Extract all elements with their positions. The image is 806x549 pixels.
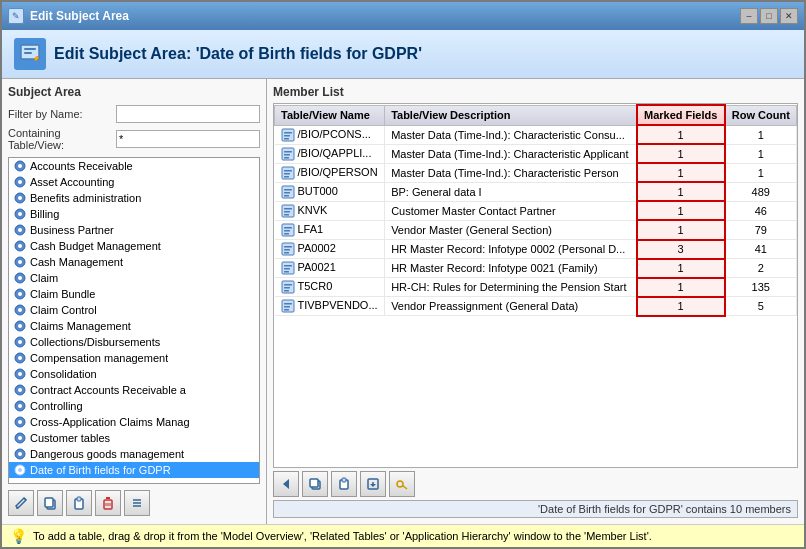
main-window: ✎ Edit Subject Area – □ ✕ Edit Subject A… (0, 0, 806, 549)
subject-item-label: Controlling (30, 400, 83, 412)
svg-rect-62 (284, 154, 290, 156)
cell-marked: 1 (637, 259, 725, 278)
cell-rowcount: 79 (725, 220, 797, 239)
edit-button[interactable] (8, 490, 34, 516)
table-row[interactable]: /BIO/QPERSONMaster Data (Time-Ind.): Cha… (275, 163, 797, 182)
svg-point-10 (18, 212, 22, 216)
member-table-container[interactable]: Table/View Name Table/View Description M… (273, 103, 798, 468)
subject-list-item[interactable]: Claim Bundle (9, 286, 259, 302)
subject-item-label: Customer tables (30, 432, 110, 444)
subject-list-item[interactable]: Cross-Application Claims Manag (9, 414, 259, 430)
table-row[interactable]: /BIO/QAPPLI...Master Data (Time-Ind.): C… (275, 144, 797, 163)
col-header-marked[interactable]: Marked Fields (637, 105, 725, 125)
cell-desc: HR-CH: Rules for Determining the Pension… (385, 278, 637, 297)
subject-list-item[interactable]: Contract Accounts Receivable a (9, 382, 259, 398)
cell-rowcount: 135 (725, 278, 797, 297)
subject-list-item[interactable]: Dangerous goods management (9, 446, 259, 462)
member-copy2-button[interactable] (331, 471, 357, 497)
table-row[interactable]: BUT000BP: General data I1489 (275, 182, 797, 201)
close-button[interactable]: ✕ (780, 8, 798, 24)
cell-rowcount: 1 (725, 125, 797, 144)
subject-list-item[interactable]: Compensation management (9, 350, 259, 366)
table-row[interactable]: PA0021HR Master Record: Infotype 0021 (F… (275, 259, 797, 278)
cell-desc: Master Data (Time-Ind.): Characteristic … (385, 125, 637, 144)
svg-point-14 (18, 244, 22, 248)
info-bar: 💡 To add a table, drag & drop it from th… (2, 524, 804, 547)
cell-name: KNVK (275, 201, 385, 220)
svg-point-38 (18, 436, 22, 440)
cell-rowcount: 5 (725, 297, 797, 316)
col-header-rowcount[interactable]: Row Count (725, 105, 797, 125)
subject-list-item[interactable]: Controlling (9, 398, 259, 414)
member-export-button[interactable] (360, 471, 386, 497)
member-table: Table/View Name Table/View Description M… (274, 104, 797, 317)
subject-list-item[interactable]: Consolidation (9, 366, 259, 382)
cell-name: /BIO/QPERSON (275, 163, 385, 182)
subject-list-item[interactable]: Cash Management (9, 254, 259, 270)
subject-item-label: Contract Accounts Receivable a (30, 384, 186, 396)
svg-point-32 (18, 388, 22, 392)
subject-list[interactable]: Accounts ReceivableAsset AccountingBenef… (8, 157, 260, 484)
svg-point-22 (18, 308, 22, 312)
delete-button[interactable] (95, 490, 121, 516)
member-copy1-button[interactable] (302, 471, 328, 497)
subject-item-label: Cash Budget Management (30, 240, 161, 252)
subject-list-item[interactable]: Asset Accounting (9, 174, 259, 190)
table-row[interactable]: T5CR0HR-CH: Rules for Determining the Pe… (275, 278, 797, 297)
svg-point-42 (18, 468, 22, 472)
subject-list-item[interactable]: Claim Control (9, 302, 259, 318)
subject-list-item[interactable]: Date of Birth fields for GDPR (9, 462, 259, 478)
table-row[interactable]: KNVKCustomer Master Contact Partner146 (275, 201, 797, 220)
table-row[interactable]: PA0002HR Master Record: Infotype 0002 (P… (275, 240, 797, 259)
subject-list-item[interactable]: Benefits administration (9, 190, 259, 206)
table-row[interactable]: TIVBPVENDO...Vendor Preassignment (Gener… (275, 297, 797, 316)
minimize-button[interactable]: – (740, 8, 758, 24)
cell-desc: BP: General data I (385, 182, 637, 201)
paste-button[interactable] (66, 490, 92, 516)
cell-name: PA0002 (275, 240, 385, 259)
svg-rect-83 (284, 252, 289, 254)
subject-item-label: Business Partner (30, 224, 114, 236)
copy-button[interactable] (37, 490, 63, 516)
subject-list-item[interactable]: Cash Budget Management (9, 238, 259, 254)
subject-list-item[interactable]: Accounts Receivable (9, 158, 259, 174)
filter-name-label: Filter by Name: (8, 108, 116, 120)
filter-view-row: Containing Table/View: (8, 127, 260, 151)
subject-item-label: Compensation management (30, 352, 168, 364)
svg-point-26 (18, 340, 22, 344)
cell-marked: 1 (637, 278, 725, 297)
filter-view-input[interactable] (116, 130, 260, 148)
cell-desc: Master Data (Time-Ind.): Characteristic … (385, 144, 637, 163)
member-back-button[interactable] (273, 471, 299, 497)
svg-point-30 (18, 372, 22, 376)
svg-rect-89 (284, 284, 292, 286)
subject-toolbar (8, 488, 260, 518)
cell-rowcount: 1 (725, 144, 797, 163)
member-toolbar (273, 471, 798, 497)
cell-marked: 1 (637, 125, 725, 144)
svg-rect-75 (284, 214, 289, 216)
subject-list-item[interactable]: Claims Management (9, 318, 259, 334)
list-button[interactable] (124, 490, 150, 516)
table-row[interactable]: /BIO/PCONS...Master Data (Time-Ind.): Ch… (275, 125, 797, 144)
cell-marked: 1 (637, 163, 725, 182)
table-row[interactable]: LFA1Vendor Master (General Section)179 (275, 220, 797, 239)
info-icon: 💡 (10, 528, 27, 544)
svg-rect-47 (77, 497, 81, 501)
subject-list-item[interactable]: Collections/Disbursements (9, 334, 259, 350)
maximize-button[interactable]: □ (760, 8, 778, 24)
subject-list-item[interactable]: Business Partner (9, 222, 259, 238)
filter-name-input[interactable] (116, 105, 260, 123)
svg-point-18 (18, 276, 22, 280)
cell-rowcount: 41 (725, 240, 797, 259)
col-header-desc[interactable]: Table/View Description (385, 105, 637, 125)
subject-list-item[interactable]: Customer tables (9, 430, 259, 446)
title-bar-buttons: – □ ✕ (740, 8, 798, 24)
subject-item-label: Claims Management (30, 320, 131, 332)
subject-list-item[interactable]: Claim (9, 270, 259, 286)
subject-list-item[interactable]: Billing (9, 206, 259, 222)
member-key-button[interactable] (389, 471, 415, 497)
svg-point-8 (18, 196, 22, 200)
subject-item-label: Consolidation (30, 368, 97, 380)
col-header-name[interactable]: Table/View Name (275, 105, 385, 125)
